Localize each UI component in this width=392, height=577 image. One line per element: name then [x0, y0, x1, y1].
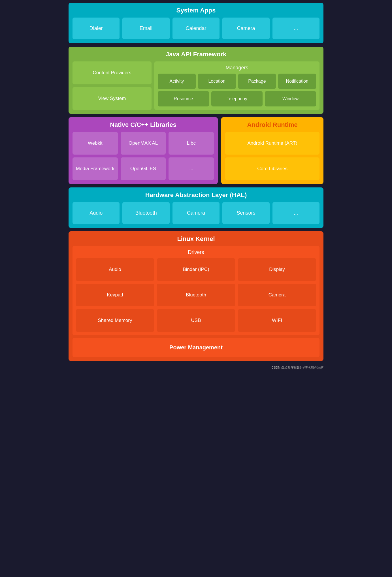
java-api-title: Java API Framework: [73, 51, 319, 58]
driver-wifi: WIFI: [238, 309, 316, 332]
drivers-container: Drivers Audio Binder (IPC) Display Keypa…: [73, 246, 319, 335]
hal-audio: Audio: [73, 202, 120, 224]
driver-bluetooth: Bluetooth: [157, 284, 235, 306]
managers-grid: Activity Location Package Notification R…: [158, 74, 316, 106]
managers-row-2: Resource Telephony Window: [158, 91, 316, 106]
hal-title: Hardware Abstraction Layer (HAL): [73, 191, 319, 199]
drivers-title: Drivers: [76, 249, 316, 255]
runtime-core-libs: Core Libraries: [225, 157, 319, 180]
driver-display: Display: [238, 258, 316, 281]
android-runtime-title: Android Runtime: [225, 121, 319, 129]
java-api-left: Content Providers View System: [73, 61, 152, 110]
app-more: ...: [272, 18, 319, 39]
managers-title: Managers: [158, 65, 316, 71]
runtime-art: Android Runtime (ART): [225, 132, 319, 155]
native-grid: Webkit OpenMAX AL Libc Media Framework O…: [73, 132, 214, 180]
native-more: ...: [169, 157, 214, 180]
driver-usb: USB: [157, 309, 235, 332]
hal-grid: Audio Bluetooth Camera Sensors ...: [73, 202, 319, 224]
native-libc: Libc: [169, 132, 214, 155]
native-cpp-title: Native C/C++ Libraries: [73, 121, 214, 129]
android-runtime-layer: Android Runtime Android Runtime (ART) Co…: [221, 117, 323, 184]
app-camera: Camera: [222, 18, 269, 39]
driver-keypad: Keypad: [76, 284, 154, 306]
hal-bluetooth: Bluetooth: [122, 202, 169, 224]
hal-sensors: Sensors: [222, 202, 269, 224]
android-architecture-diagram: System Apps Dialer Email Calendar Camera…: [69, 3, 323, 370]
watermark: CSDN @板程序猴设计#著名稿件浓缩: [69, 366, 323, 370]
app-dialer: Dialer: [73, 18, 120, 39]
manager-location: Location: [198, 74, 236, 89]
manager-telephony: Telephony: [211, 91, 263, 106]
driver-binder: Binder (IPC): [157, 258, 235, 281]
manager-activity: Activity: [158, 74, 196, 89]
system-apps-layer: System Apps Dialer Email Calendar Camera…: [69, 3, 323, 43]
managers-row-1: Activity Location Package Notification: [158, 74, 316, 89]
drivers-grid: Audio Binder (IPC) Display Keypad Blueto…: [76, 258, 316, 332]
runtime-grid: Android Runtime (ART) Core Libraries: [225, 132, 319, 180]
java-api-managers: Managers Activity Location Package Notif…: [154, 61, 319, 110]
native-opengl: OpenGL ES: [121, 157, 166, 180]
system-apps-title: System Apps: [73, 7, 319, 14]
native-cpp-layer: Native C/C++ Libraries Webkit OpenMAX AL…: [69, 117, 218, 184]
java-api-layer: Java API Framework Content Providers Vie…: [69, 47, 323, 114]
hal-layer: Hardware Abstraction Layer (HAL) Audio B…: [69, 187, 323, 228]
driver-shared-memory: Shared Memory: [76, 309, 154, 332]
manager-window: Window: [265, 91, 316, 106]
manager-notification: Notification: [278, 74, 316, 89]
java-api-content: Content Providers View System Managers A…: [73, 61, 319, 110]
app-calendar: Calendar: [172, 18, 220, 39]
linux-kernel-layer: Linux Kernel Drivers Audio Binder (IPC) …: [69, 231, 323, 361]
driver-audio: Audio: [76, 258, 154, 281]
power-management-box: Power Management: [73, 338, 319, 357]
content-providers-box: Content Providers: [73, 61, 152, 84]
system-apps-grid: Dialer Email Calendar Camera ...: [73, 18, 319, 39]
native-openmax: OpenMAX AL: [121, 132, 166, 155]
hal-camera: Camera: [172, 202, 220, 224]
hal-more: ...: [272, 202, 319, 224]
app-email: Email: [122, 18, 169, 39]
manager-resource: Resource: [158, 91, 209, 106]
driver-camera: Camera: [238, 284, 316, 306]
linux-kernel-title: Linux Kernel: [73, 235, 319, 243]
middle-row: Native C/C++ Libraries Webkit OpenMAX AL…: [69, 117, 323, 184]
native-media: Media Framework: [73, 157, 118, 180]
manager-package: Package: [238, 74, 276, 89]
view-system-box: View System: [73, 87, 152, 110]
native-webkit: Webkit: [73, 132, 118, 155]
